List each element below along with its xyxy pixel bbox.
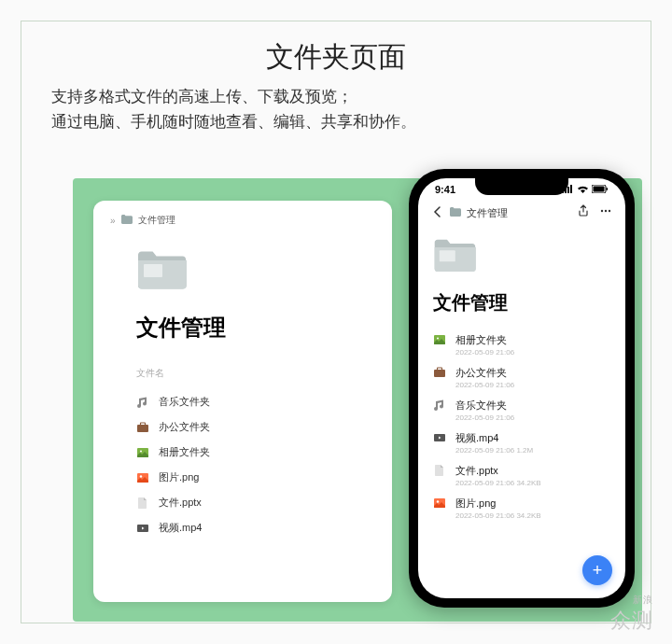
file-meta: 2022-05-09 21:06 34.2KB [455,479,541,487]
svg-point-25 [437,500,439,502]
image-icon [433,497,446,510]
column-header-name: 文件名 [136,367,375,380]
svg-rect-11 [570,185,572,193]
phone-body: 文件管理 相册文件夹2022-05-09 21:06办公文件夹2022-05-0… [418,225,625,530]
back-icon[interactable] [431,205,444,220]
svg-point-20 [437,338,439,340]
svg-rect-1 [137,425,148,432]
gallery-icon [136,446,149,459]
add-button[interactable]: + [582,555,612,585]
svg-point-4 [140,450,142,452]
file-icon [136,497,149,510]
chevron-icon: » [110,216,116,226]
desktop-panel: » 文件管理 文件管理 文件名 音乐文件夹办公文件夹相册文件夹图片.png文件.… [93,201,392,602]
file-name: 视频.mp4 [159,521,202,535]
video-icon [433,431,446,444]
file-row[interactable]: 相册文件夹2022-05-09 21:06 [433,329,610,361]
battery-icon [592,184,609,195]
page-title: 文件夹页面 [21,21,651,84]
phone-heading: 文件管理 [433,290,610,315]
file-name: 文件.pptx [455,464,541,478]
phone-file-list: 相册文件夹2022-05-09 21:06办公文件夹2022-05-09 21:… [433,329,610,525]
share-icon[interactable] [577,204,590,221]
breadcrumb-label: 文件管理 [138,214,175,227]
svg-point-15 [601,210,603,212]
svg-rect-2 [141,423,146,426]
svg-rect-0 [144,264,162,277]
gallery-icon [433,333,446,346]
file-name: 音乐文件夹 [159,395,210,409]
breadcrumb[interactable]: » 文件管理 [110,214,375,227]
music-icon [433,399,446,412]
folder-large-icon [136,249,375,296]
phone-notch [475,178,568,195]
briefcase-icon [433,366,446,379]
file-row[interactable]: 办公文件夹 [110,414,375,440]
desktop-heading: 文件管理 [136,313,375,343]
document-frame: 文件夹页面 支持多格式文件的高速上传、下载及预览； 通过电脑、手机随时随地查看、… [21,21,651,623]
file-name: 相册文件夹 [455,333,514,347]
folder-small-icon [121,215,133,226]
file-name: 图片.png [455,497,541,511]
file-name: 图片.png [159,470,199,484]
video-icon [136,522,149,535]
file-name: 办公文件夹 [159,420,210,434]
desktop-file-list: 音乐文件夹办公文件夹相册文件夹图片.png文件.pptx视频.mp4 [110,389,375,540]
music-icon [136,396,149,409]
svg-rect-10 [567,187,569,193]
file-meta: 2022-05-09 21:06 [455,381,514,389]
phone-header: 文件管理 [418,195,625,225]
svg-rect-22 [438,368,442,371]
more-icon[interactable] [599,204,612,221]
image-icon [136,471,149,484]
file-row[interactable]: 图片.png2022-05-09 21:06 34.2KB [433,492,610,525]
file-row[interactable]: 文件.pptx [110,490,375,515]
file-meta: 2022-05-09 21:06 [455,348,514,357]
page-subtitle: 支持多格式文件的高速上传、下载及预览； 通过电脑、手机随时随地查看、编辑、共享和… [21,84,651,146]
file-row[interactable]: 视频.mp42022-05-09 21:06 1.2M [433,427,610,459]
svg-point-17 [609,210,610,212]
phone-frame: 9:41 文件管理 [409,169,635,608]
file-meta: 2022-05-09 21:06 [455,413,514,422]
svg-rect-13 [594,187,605,192]
status-time: 9:41 [435,184,455,195]
file-name: 文件.pptx [159,496,202,510]
watermark: 新浪 众测 [610,594,653,635]
phone-breadcrumb[interactable]: 文件管理 [467,206,508,220]
file-row[interactable]: 办公文件夹2022-05-09 21:06 [433,361,610,394]
file-name: 相册文件夹 [159,445,210,459]
file-name: 办公文件夹 [455,366,514,380]
file-row[interactable]: 相册文件夹 [110,440,375,465]
wifi-icon [577,184,589,195]
svg-point-6 [140,475,142,477]
folder-large-icon [433,238,584,278]
phone-screen: 9:41 文件管理 [418,178,625,598]
file-name: 音乐文件夹 [455,399,514,413]
file-meta: 2022-05-09 21:06 34.2KB [455,511,541,520]
svg-point-16 [605,210,607,212]
file-name: 视频.mp4 [455,431,533,445]
svg-rect-14 [607,188,609,190]
file-row[interactable]: 图片.png [110,465,375,490]
file-row[interactable]: 音乐文件夹2022-05-09 21:06 [433,394,610,427]
briefcase-icon [136,421,149,434]
svg-rect-18 [440,250,455,261]
folder-small-icon [450,207,461,218]
file-row[interactable]: 视频.mp4 [110,515,375,540]
file-meta: 2022-05-09 21:06 1.2M [455,446,533,455]
file-row[interactable]: 文件.pptx2022-05-09 21:06 34.2KB [433,459,610,492]
file-row[interactable]: 音乐文件夹 [110,389,375,414]
mockup-stage: » 文件管理 文件管理 文件名 音乐文件夹办公文件夹相册文件夹图片.png文件.… [73,178,642,622]
svg-rect-21 [434,370,445,377]
file-icon [433,464,446,477]
